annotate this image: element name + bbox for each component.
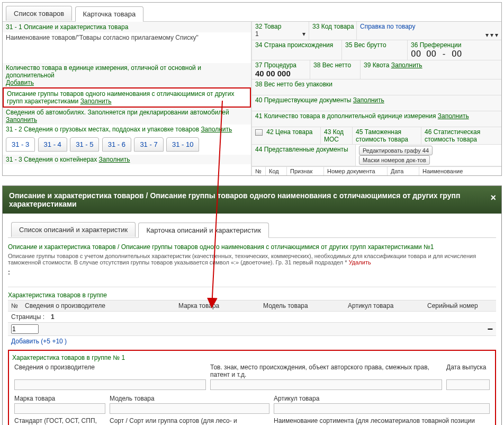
c39-fill-link[interactable]: Заполнить (391, 61, 422, 69)
remove-row-button[interactable]: − (484, 324, 496, 335)
th-date: Дата (387, 167, 419, 175)
f-tm-label: Тов. знак, место происхождения, объект а… (208, 362, 444, 379)
c41-fill-link[interactable]: Заполнить (438, 112, 469, 120)
subtab-31-7[interactable]: 31 - 7 (134, 137, 163, 152)
goods-name-label: Наименование товаров/"Товары согласно пр… (6, 33, 248, 42)
cth-no: № (8, 300, 22, 311)
f-sortname-label: Наименование сортимента (для лесоматериа… (272, 416, 492, 425)
characteristics-form-box: Характеристика товаров в группе № 1 Свед… (8, 350, 496, 425)
row-number-input[interactable] (11, 324, 39, 334)
f-std-label: Стандарт (ГОСТ, ОСТ, СПП, СТО, ТУ) (12, 416, 107, 425)
c34-header: 34 Страна происхождения (255, 41, 338, 49)
dialog-title-text: Описание и характеристика товаров / Опис… (9, 191, 460, 208)
sec-31-2-fill-link[interactable]: Заполнить (201, 126, 232, 133)
c39-header: 39 Квота (364, 61, 389, 69)
add-rows-link[interactable]: Добавить (+5 +10 ) (11, 338, 67, 345)
th-name: Наименование (419, 167, 501, 175)
desc-headline: Описание и характеристика товаров / Опис… (8, 242, 496, 252)
c44-table-header: № Код Признак Номер документа Дата Наиме… (251, 166, 501, 175)
right-column: 32 Товар 1 ▾ 33 Код товара Справка по то… (251, 22, 501, 175)
box-title: Характеристика товаров в группе № 1 (12, 353, 492, 362)
f-brand-input[interactable] (14, 403, 105, 414)
f-art-input[interactable] (274, 403, 490, 414)
c40-header: 40 Предшествующие документы (255, 96, 351, 104)
sec-31-1-header: 31 - 1 Описание и характеристика товара (6, 23, 248, 31)
c44-header: 44 Представленные документы (255, 146, 352, 153)
f-tm-input[interactable] (210, 379, 442, 390)
dialog-tabbar: Список описаний и характеристик Карточка… (8, 219, 496, 238)
f-prod-input[interactable] (14, 379, 206, 390)
char-group-header: Характеристика товаров в группе (8, 290, 496, 300)
delete-link[interactable]: Удалить (349, 259, 371, 265)
cth-brand: Марка товара (175, 300, 260, 311)
subtab-31-3[interactable]: 31 - 3 (6, 137, 35, 152)
c36-value: ОО ОО - ОО (411, 49, 498, 59)
group-desc-highlight: Описание группы товаров одного наименова… (3, 87, 251, 108)
c38b-header: 38 Вес нетто без упаковки (255, 81, 498, 88)
c32-header: 32 Товар (255, 23, 305, 30)
sec-31-3-label: 31 - 3 Сведения о контейнерах (6, 155, 97, 164)
th-code: Код (265, 167, 286, 175)
group-desc-fill-link[interactable]: Заполнить (80, 98, 112, 105)
c36-header: 36 Преференции (411, 41, 498, 49)
doc-icon (255, 129, 263, 136)
add-qty-unit-link[interactable]: Добавить (6, 79, 34, 86)
c37-value: 40 00 000 (255, 69, 307, 78)
edit-col44-button[interactable]: Редактировать графу 44 (359, 146, 433, 155)
c43-header: 43 Код МОС (324, 128, 349, 143)
th-no: № (251, 167, 265, 175)
th-docno: Номер документа (323, 167, 387, 175)
close-icon[interactable]: × (490, 192, 496, 203)
c41-header: 41 Количество товара в дополнительной ед… (255, 112, 436, 120)
cth-prod: Сведения о производителе (22, 300, 175, 311)
f-sort-label: Сорт / Сорт или группа сортов (для лесо-… (107, 416, 272, 425)
c35-header: 35 Вес брутто (345, 41, 404, 49)
f-model-label: Модель товара (107, 394, 272, 403)
subtab-31-6[interactable]: 31 - 6 (102, 137, 131, 152)
tab-desc-card[interactable]: Карточка описаний и характеристик (138, 223, 268, 238)
pages-label: Страницы : (8, 312, 48, 322)
desc-note: Описание группы товаров с учетом дополни… (8, 253, 476, 265)
group-desc-label: Описание группы товаров одного наименова… (7, 90, 234, 105)
char-table-header: № Сведения о производителе Марка товара … (8, 300, 496, 312)
cth-serial: Серийный номер (424, 300, 496, 311)
c46-header: 46 Статистическая стоимость товара (425, 128, 498, 143)
c33-help-link[interactable]: Справка по товару (360, 23, 415, 30)
dialog-titlebar: Описание и характеристика товаров / Опис… (3, 186, 501, 214)
top-tabbar: Список товаров Карточка товара (3, 3, 501, 22)
tab-goods-card[interactable]: Карточка товара (75, 6, 144, 22)
th-sign: Признак (286, 167, 323, 175)
subtab-31-4[interactable]: 31 - 4 (38, 137, 67, 152)
subtab-31-10[interactable]: 31 - 10 (166, 137, 199, 152)
sec31-subtabs: 31 - 3 31 - 4 31 - 5 31 - 6 31 - 7 31 - … (3, 134, 251, 155)
c40-fill-link[interactable]: Заполнить (353, 96, 384, 104)
tab-goods-list[interactable]: Список товаров (6, 6, 72, 21)
f-art-label: Артикул товара (272, 394, 492, 403)
qty-other-unit-label: Количество товара в единице измерения, о… (6, 64, 201, 79)
f-model-input[interactable] (110, 403, 269, 414)
c38-header: 38 Вес нетто (313, 61, 357, 69)
c32-value: 1 (255, 30, 259, 38)
autos-label: Сведения об автомобилях. Заполняется при… (6, 108, 229, 117)
colon-value: : (8, 267, 496, 284)
subtab-31-5[interactable]: 31 - 5 (70, 137, 99, 152)
goods-card-pane: Список товаров Карточка товара 31 - 1 Оп… (2, 2, 502, 176)
tab-desc-list[interactable]: Список описаний и характеристик (11, 222, 136, 237)
left-column: 31 - 1 Описание и характеристика товара … (3, 22, 251, 175)
c37-header: 37 Процедура (255, 61, 307, 69)
f-date-input[interactable] (446, 379, 490, 390)
c45-header: 45 Таможенная стоимость товара (356, 128, 418, 143)
autos-fill-link[interactable]: Заполнить (6, 116, 37, 123)
page-number: 1 (48, 312, 58, 322)
f-date-label: Дата выпуска (444, 362, 492, 379)
sec-31-3-fill-link[interactable]: Заполнить (99, 156, 130, 163)
characteristics-dialog: Описание и характеристика товаров / Опис… (2, 185, 502, 425)
c42-header: 42 Цена товара (266, 128, 312, 136)
cth-model: Модель товара (260, 300, 345, 311)
f-brand-label: Марка товара (12, 394, 107, 403)
sec-31-2-label: 31 - 2 Сведения о грузовых местах, поддо… (6, 125, 199, 134)
cth-art: Артикул товара (345, 300, 424, 311)
f-prod-label: Сведения о производителе (12, 362, 208, 379)
c33-header: 33 Код товара (312, 23, 353, 30)
doc-masks-button[interactable]: Маски номеров док-тов (359, 155, 430, 165)
